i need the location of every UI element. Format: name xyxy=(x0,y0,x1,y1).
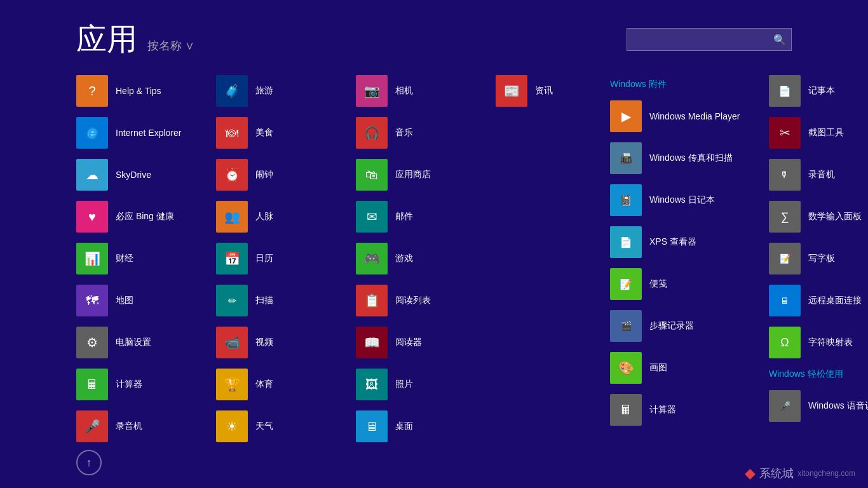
icon-fax-scan: 📠 xyxy=(610,142,642,174)
icon-wordpad: 📝 xyxy=(769,243,801,274)
header-left: 应用 按名称 ∨ xyxy=(76,19,194,60)
app-alarm[interactable]: ⏰ 闹钟 xyxy=(216,156,343,193)
app-sticky-notes[interactable]: 📝 便笺 xyxy=(610,266,756,302)
icon-remote-desktop: 🖥 xyxy=(769,285,801,316)
icon-recorder1: 🎤 xyxy=(76,410,108,442)
icon-recorder2: 🎙 xyxy=(769,159,801,191)
section-windows-ease: Windows 轻松使用 xyxy=(769,369,868,380)
column-1: ? Help & Tips e Internet Explorer ☁ SkyD… xyxy=(76,72,203,445)
app-pc-settings[interactable]: ⚙ 电脑设置 xyxy=(76,324,203,361)
app-calculator1[interactable]: 🖩 计算器 xyxy=(76,366,203,403)
icon-calc2: 🖩 xyxy=(610,394,642,426)
footer-right: ◆ 系统城 xitongcheng.com xyxy=(745,465,855,482)
app-weather[interactable]: ☀ 天气 xyxy=(216,408,343,445)
icon-bing-health: ♥ xyxy=(76,201,108,233)
icon-skydrive: ☁ xyxy=(76,159,108,191)
app-travel[interactable]: 🧳 旅游 xyxy=(216,72,343,109)
app-video[interactable]: 📹 视频 xyxy=(216,324,343,361)
header: 应用 按名称 ∨ 🔍 xyxy=(0,0,868,72)
icon-speech-recog: 🎤 xyxy=(769,390,801,422)
icon-food: 🍽 xyxy=(216,117,248,149)
app-fax-scan[interactable]: 📠 Windows 传真和扫描 xyxy=(610,140,756,177)
icon-calculator1: 🖩 xyxy=(76,369,108,400)
column-5: Windows 附件 ▶ Windows Media Player 📠 Wind… xyxy=(610,72,756,445)
search-input[interactable] xyxy=(632,34,773,44)
app-news[interactable]: 📰 资讯 xyxy=(496,72,597,109)
app-camera[interactable]: 📷 相机 xyxy=(356,72,483,109)
icon-camera: 📷 xyxy=(356,75,388,107)
app-journal[interactable]: 📓 Windows 日记本 xyxy=(610,182,756,219)
column-4: 📰 资讯 xyxy=(496,72,597,445)
icon-scan: ✏ xyxy=(216,285,248,316)
app-calendar[interactable]: 📅 日历 xyxy=(216,240,343,277)
scroll-up-button[interactable]: ↑ xyxy=(76,450,102,475)
icon-mail: ✉ xyxy=(356,201,388,233)
app-desktop[interactable]: 🖥 桌面 xyxy=(356,408,483,445)
icon-calendar: 📅 xyxy=(216,243,248,274)
app-wmp[interactable]: ▶ Windows Media Player xyxy=(610,98,756,135)
app-steps-recorder[interactable]: 🎬 步骤记录器 xyxy=(610,308,756,344)
app-recorder2[interactable]: 🎙 录音机 xyxy=(769,156,868,193)
app-mail[interactable]: ✉ 邮件 xyxy=(356,198,483,235)
search-box[interactable]: 🔍 xyxy=(627,28,792,51)
icon-help-tips: ? xyxy=(76,75,108,107)
app-contacts[interactable]: 👥 人脉 xyxy=(216,198,343,235)
icon-reader: 📖 xyxy=(356,327,388,358)
icon-journal: 📓 xyxy=(610,184,642,216)
app-skydrive[interactable]: ☁ SkyDrive xyxy=(76,156,203,193)
icon-internet-explorer: e xyxy=(76,117,108,149)
column-3: 📷 相机 🎧 音乐 🛍 应用商店 ✉ 邮件 🎮 游戏 📋 阅读列表 📖 阅读器 xyxy=(356,72,483,445)
app-bing-health[interactable]: ♥ 必应 Bing 健康 xyxy=(76,198,203,235)
icon-maps: 🗺 xyxy=(76,285,108,316)
app-internet-explorer[interactable]: e Internet Explorer xyxy=(76,114,203,151)
app-games[interactable]: 🎮 游戏 xyxy=(356,240,483,277)
icon-char-map: Ω xyxy=(769,327,801,358)
sort-button[interactable]: 按名称 ∨ xyxy=(147,38,194,53)
app-grid: ? Help & Tips e Internet Explorer ☁ SkyD… xyxy=(0,72,868,445)
icon-sticky-notes: 📝 xyxy=(610,268,642,300)
footer-left: ↑ xyxy=(76,450,102,475)
app-speech-recog[interactable]: 🎤 Windows 语音识别 xyxy=(769,388,868,424)
icon-alarm: ⏰ xyxy=(216,159,248,191)
app-store[interactable]: 🛍 应用商店 xyxy=(356,156,483,193)
icon-video: 📹 xyxy=(216,327,248,358)
app-reading-list[interactable]: 📋 阅读列表 xyxy=(356,282,483,319)
app-notepad[interactable]: 📄 记事本 xyxy=(769,72,868,109)
app-photos[interactable]: 🖼 照片 xyxy=(356,366,483,403)
app-reader[interactable]: 📖 阅读器 xyxy=(356,324,483,361)
app-calc2[interactable]: 🖩 计算器 xyxy=(610,391,756,428)
app-finance[interactable]: 📊 财经 xyxy=(76,240,203,277)
icon-sports: 🏆 xyxy=(216,369,248,400)
icon-news: 📰 xyxy=(496,75,527,107)
icon-games: 🎮 xyxy=(356,243,388,274)
icon-desktop: 🖥 xyxy=(356,410,388,442)
app-music[interactable]: 🎧 音乐 xyxy=(356,114,483,151)
watermark-text: 系统城 xyxy=(759,466,794,481)
app-food[interactable]: 🍽 美食 xyxy=(216,114,343,151)
app-recorder1[interactable]: 🎤 录音机 xyxy=(76,408,203,445)
app-snipping[interactable]: ✂ 截图工具 xyxy=(769,114,868,151)
page-title: 应用 xyxy=(76,19,137,60)
section-windows-accessories: Windows 附件 xyxy=(610,79,756,90)
app-math-input[interactable]: ∑ 数学输入面板 xyxy=(769,198,868,235)
app-paint[interactable]: 🎨 画图 xyxy=(610,349,756,386)
watermark-diamond-icon: ◆ xyxy=(745,465,756,482)
icon-travel: 🧳 xyxy=(216,75,248,107)
app-sports[interactable]: 🏆 体育 xyxy=(216,366,343,403)
app-help-tips[interactable]: ? Help & Tips xyxy=(76,72,203,109)
app-wordpad[interactable]: 📝 写字板 xyxy=(769,240,868,277)
app-xps-viewer[interactable]: 📄 XPS 查看器 xyxy=(610,224,756,261)
app-maps[interactable]: 🗺 地图 xyxy=(76,282,203,319)
icon-math-input: ∑ xyxy=(769,201,801,233)
app-scan[interactable]: ✏ 扫描 xyxy=(216,282,343,319)
watermark-site: xitongcheng.com xyxy=(797,469,855,478)
icon-reading-list: 📋 xyxy=(356,285,388,316)
app-remote-desktop[interactable]: 🖥 远程桌面连接 xyxy=(769,282,868,319)
icon-steps-recorder: 🎬 xyxy=(610,310,642,342)
app-char-map[interactable]: Ω 字符映射表 xyxy=(769,324,868,361)
icon-paint: 🎨 xyxy=(610,352,642,384)
icon-music: 🎧 xyxy=(356,117,388,149)
icon-store: 🛍 xyxy=(356,159,388,191)
icon-contacts: 👥 xyxy=(216,201,248,233)
icon-wmp: ▶ xyxy=(610,100,642,132)
